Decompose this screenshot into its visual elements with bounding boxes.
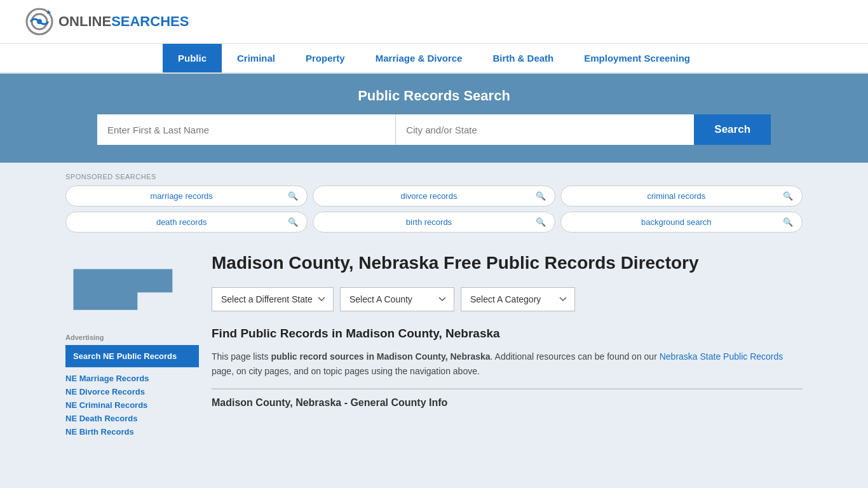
sidebar-link-4[interactable]: NE Birth Records	[65, 426, 199, 438]
description-text: This page lists public record sources in…	[212, 349, 803, 378]
description-before: This page lists	[212, 351, 271, 362]
nav-property[interactable]: Property	[290, 44, 360, 72]
sponsored-link-5[interactable]: background search 🔍	[560, 212, 803, 233]
page-title: Madison County, Nebraska Free Public Rec…	[212, 252, 803, 274]
sidebar-ad-label: Advertising	[65, 334, 199, 341]
search-icon-3: 🔍	[288, 217, 298, 227]
header: ONLINESEARCHES	[0, 0, 868, 44]
sponsored-link-3[interactable]: death records 🔍	[65, 212, 308, 233]
search-icon-5: 🔍	[783, 217, 793, 227]
sidebar: Advertising Search NE Public Records NE …	[65, 252, 199, 438]
main-content: Madison County, Nebraska Free Public Rec…	[212, 252, 803, 438]
sidebar-link-3[interactable]: NE Death Records	[65, 412, 199, 424]
sidebar-link-2[interactable]: NE Criminal Records	[65, 399, 199, 411]
county-info-heading: Madison County, Nebraska - General Count…	[212, 388, 803, 409]
dropdowns-row: Select a Different State Select A County…	[212, 287, 803, 311]
find-heading: Find Public Records in Madison County, N…	[212, 327, 803, 341]
sponsored-link-text-1: divorce records	[322, 191, 535, 201]
sidebar-link-0[interactable]: NE Marriage Records	[65, 372, 199, 384]
search-form: Search	[97, 114, 771, 145]
sponsored-link-2[interactable]: criminal records 🔍	[560, 186, 803, 207]
sponsored-link-text-5: background search	[570, 217, 783, 227]
search-icon-1: 🔍	[536, 191, 546, 201]
content-section: Advertising Search NE Public Records NE …	[65, 239, 803, 451]
description-bold: public record sources in Madison County,…	[271, 351, 490, 362]
sidebar-ad-box[interactable]: Search NE Public Records	[65, 345, 199, 367]
sponsored-link-4[interactable]: birth records 🔍	[313, 212, 555, 233]
search-icon-2: 🔍	[783, 191, 793, 201]
logo[interactable]: ONLINESEARCHES	[25, 8, 189, 36]
sponsored-link-text-2: criminal records	[570, 191, 783, 201]
svg-point-2	[37, 19, 42, 24]
nav-marriage-divorce[interactable]: Marriage & Divorce	[360, 44, 478, 72]
sidebar-links: NE Marriage Records NE Divorce Records N…	[65, 372, 199, 438]
name-input[interactable]	[97, 114, 396, 145]
sponsored-links: marriage records 🔍 divorce records 🔍 cri…	[65, 186, 803, 233]
sponsored-section: SPONSORED SEARCHES marriage records 🔍 di…	[65, 163, 803, 239]
nav-public[interactable]: Public	[163, 44, 222, 72]
nav-criminal[interactable]: Criminal	[222, 44, 290, 72]
category-dropdown[interactable]: Select A Category	[461, 287, 575, 311]
description-end: page, on city pages, and on topic pages …	[212, 366, 480, 376]
logo-text: ONLINESEARCHES	[58, 13, 189, 30]
nav-employment[interactable]: Employment Screening	[569, 44, 705, 72]
sponsored-link-text-4: birth records	[322, 217, 535, 227]
sponsored-link-text-0: marriage records	[75, 191, 288, 201]
logo-icon	[25, 8, 53, 36]
main-nav: Public Criminal Property Marriage & Divo…	[0, 44, 868, 74]
location-input[interactable]	[396, 114, 694, 145]
state-dropdown[interactable]: Select a Different State	[212, 287, 334, 311]
description-after: . Additional resources can be found on o…	[491, 351, 660, 362]
main-area: SPONSORED SEARCHES marriage records 🔍 di…	[40, 163, 828, 451]
county-dropdown[interactable]: Select A County	[340, 287, 454, 311]
search-band-title: Public Records Search	[25, 88, 843, 104]
sponsored-link-text-3: death records	[75, 217, 288, 227]
sponsored-label: SPONSORED SEARCHES	[65, 173, 803, 180]
nav-birth-death[interactable]: Birth & Death	[477, 44, 569, 72]
sponsored-link-1[interactable]: divorce records 🔍	[313, 186, 555, 207]
search-button[interactable]: Search	[694, 114, 771, 145]
state-records-link[interactable]: Nebraska State Public Records	[660, 351, 783, 362]
sponsored-link-0[interactable]: marriage records 🔍	[65, 186, 308, 207]
search-icon-0: 🔍	[288, 191, 298, 201]
sidebar-link-1[interactable]: NE Divorce Records	[65, 386, 199, 398]
search-icon-4: 🔍	[536, 217, 546, 227]
search-band: Public Records Search Search	[0, 74, 868, 163]
svg-marker-3	[74, 269, 173, 310]
nebraska-map	[65, 252, 199, 323]
